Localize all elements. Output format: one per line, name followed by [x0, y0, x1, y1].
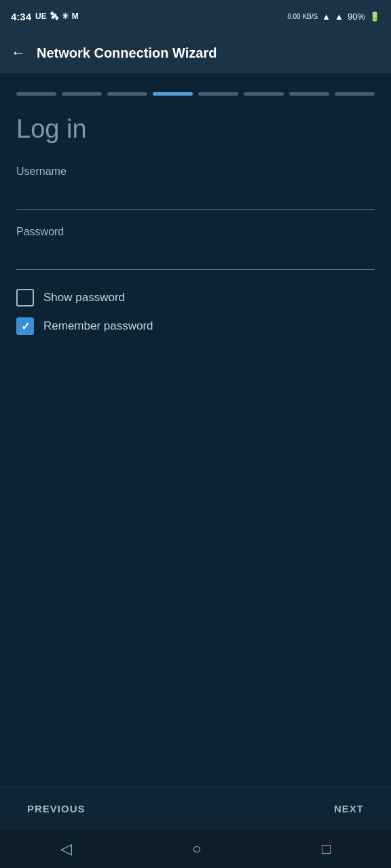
step-8 — [335, 92, 375, 96]
username-input[interactable] — [16, 186, 375, 210]
back-button[interactable]: ← — [11, 44, 26, 62]
mail-icon: M — [72, 12, 79, 21]
home-nav-icon[interactable]: ○ — [192, 840, 201, 858]
status-icons: UE 🛰 ✳ M — [35, 12, 79, 21]
step-2 — [62, 92, 102, 96]
status-right: 8.00 KB/S ▲ ▲ 90% 🔋 — [287, 12, 380, 22]
time-display: 4:34 — [11, 11, 31, 22]
show-password-label: Show password — [43, 291, 125, 304]
username-label: Username — [16, 165, 375, 178]
show-password-checkbox[interactable] — [16, 289, 34, 307]
step-3 — [107, 92, 147, 96]
bottom-bar: PREVIOUS NEXT — [0, 787, 391, 830]
carrier-label: UE — [35, 12, 47, 21]
previous-button[interactable]: PREVIOUS — [27, 803, 86, 814]
username-group: Username — [16, 165, 375, 210]
top-bar: ← Network Connection Wizard — [0, 33, 391, 73]
show-password-item[interactable]: Show password — [16, 289, 375, 307]
back-nav-icon[interactable]: ◁ — [60, 840, 72, 858]
bluetooth-icon: ✳ — [62, 12, 69, 21]
password-label: Password — [16, 226, 375, 238]
step-5 — [198, 92, 238, 96]
password-input[interactable] — [16, 246, 375, 270]
recents-nav-icon[interactable]: □ — [322, 840, 331, 858]
step-7 — [289, 92, 329, 96]
remember-password-checkbox[interactable] — [16, 317, 34, 335]
main-content: Log in Username Password Show password R… — [0, 73, 391, 335]
password-group: Password — [16, 226, 375, 270]
progress-steps — [16, 92, 375, 96]
step-4 — [153, 92, 193, 96]
wifi-icon: ▲ — [322, 12, 331, 22]
step-1 — [16, 92, 56, 96]
login-title: Log in — [16, 115, 375, 144]
next-button[interactable]: NEXT — [334, 803, 364, 814]
remember-password-label: Remember password — [43, 319, 153, 333]
battery-icon: 🔋 — [369, 12, 380, 22]
status-left: 4:34 UE 🛰 ✳ M — [11, 11, 79, 22]
signal-icon: 🛰 — [50, 12, 58, 21]
signal-strength-icon: ▲ — [335, 12, 343, 22]
data-speed: 8.00 KB/S — [287, 13, 318, 20]
checkbox-group: Show password Remember password — [16, 289, 375, 335]
status-bar: 4:34 UE 🛰 ✳ M 8.00 KB/S ▲ ▲ 90% 🔋 — [0, 0, 391, 33]
battery-percent: 90% — [348, 12, 365, 22]
step-6 — [244, 92, 284, 96]
nav-bar: ◁ ○ □ — [0, 830, 391, 868]
page-title: Network Connection Wizard — [37, 45, 217, 61]
remember-password-item[interactable]: Remember password — [16, 317, 375, 335]
